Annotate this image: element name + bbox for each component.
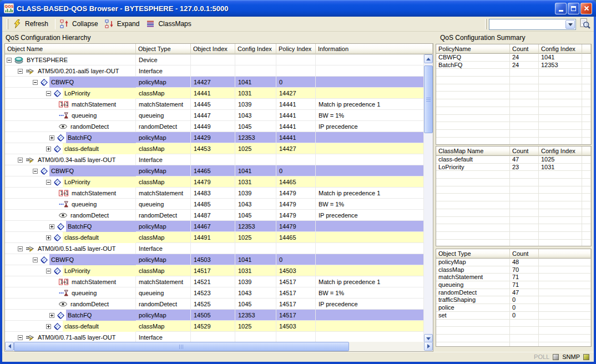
- tree-row[interactable]: BYTESPHEREDevice: [5, 54, 424, 65]
- column-header-blank[interactable]: [582, 146, 591, 156]
- tree-row[interactable]: BatchFQpolicyMap144291235314441: [5, 132, 424, 143]
- tree-expander-plus[interactable]: [49, 135, 54, 140]
- column-header-count[interactable]: Count: [510, 44, 539, 54]
- column-header-classmap-name[interactable]: ClassMap Name: [436, 146, 510, 156]
- column-header-information[interactable]: Information: [316, 44, 433, 54]
- tree-row[interactable]: randomDetectrandomDetect14449104514441IP…: [5, 121, 424, 132]
- toolbar-gripper-right[interactable]: [485, 19, 487, 29]
- tree-expander-plus[interactable]: [46, 146, 51, 151]
- tree-row[interactable]: 11=matchStatementmatchStatement144831039…: [5, 188, 424, 199]
- tree-expander-minus[interactable]: [46, 180, 51, 185]
- tree-row[interactable]: BatchFQpolicyMap145051235314517: [5, 310, 424, 321]
- column-header-policy-index[interactable]: Policy Index: [276, 44, 316, 54]
- tree-row[interactable]: ATM0/0/0.71-aal5 layer-OUTInterface: [5, 332, 424, 343]
- tree-row[interactable]: ATM0/0/0.51-aal5 layer-OUTInterface: [5, 243, 424, 254]
- object-index-cell: 14449: [191, 121, 235, 132]
- tree-row[interactable]: LoPriorityclassMap14517103114503: [5, 265, 424, 276]
- tree-row[interactable]: class-defaultclassMap14529102514503: [5, 321, 424, 332]
- summary-cell: 0: [510, 312, 539, 320]
- column-header-blank[interactable]: [582, 44, 591, 54]
- close-button[interactable]: [580, 3, 592, 14]
- information-cell: [316, 65, 424, 77]
- summary-cell: [539, 274, 591, 281]
- tree-expander-minus[interactable]: [7, 58, 12, 63]
- vertical-scroll-thumb[interactable]: [424, 65, 433, 133]
- collapse-button[interactable]: Collapse: [58, 17, 103, 31]
- tree-row[interactable]: class-defaultclassMap14453102514427: [5, 143, 424, 154]
- tree-row[interactable]: queueingqueueing14523104314517BW = 1%: [5, 287, 424, 299]
- refresh-button[interactable]: Refresh: [11, 17, 53, 31]
- column-header-blank[interactable]: [539, 249, 591, 259]
- tree-indent: [5, 121, 59, 132]
- tree-row[interactable]: ATM0/0/0.34-aal5 layer-OUTInterface: [5, 154, 424, 165]
- column-header-object-type[interactable]: Object Type: [436, 249, 510, 259]
- tree-row[interactable]: queueingqueueing14447104314441BW = 1%: [5, 110, 424, 121]
- summary-row[interactable]: classMap70: [436, 266, 591, 274]
- tree-expander-minus[interactable]: [18, 246, 23, 251]
- search-combobox[interactable]: [489, 19, 576, 30]
- vertical-scrollbar[interactable]: [424, 54, 433, 343]
- column-header-policyname[interactable]: PolicyName: [436, 44, 510, 54]
- horizontal-scrollbar[interactable]: [5, 342, 433, 351]
- summary-row[interactable]: class-default471025: [436, 156, 591, 164]
- column-header-count[interactable]: Count: [510, 249, 539, 259]
- column-header-object-type[interactable]: Object Type: [136, 44, 191, 54]
- tree-expander-minus[interactable]: [33, 80, 38, 85]
- column-header-config-index[interactable]: Config Index: [539, 44, 582, 54]
- tree-expander-minus[interactable]: [33, 169, 38, 174]
- summary-row[interactable]: trafficShaping0: [436, 296, 591, 304]
- lightning-icon: [13, 19, 22, 28]
- tree-expander-plus[interactable]: [46, 324, 51, 329]
- tree-row[interactable]: CBWFQpolicyMap1442710410: [5, 77, 424, 88]
- scroll-left-button[interactable]: [5, 342, 14, 351]
- column-header-config-index[interactable]: Config Index: [539, 146, 582, 156]
- tree-row[interactable]: BatchFQpolicyMap144671235314479: [5, 221, 424, 232]
- tree-row[interactable]: ATM5/0/0.201-aal5 layer-OUTInterface: [5, 65, 424, 77]
- tree-expander-minus[interactable]: [33, 257, 38, 262]
- summary-row[interactable]: policyMap48: [436, 259, 591, 266]
- tree-row[interactable]: LoPriorityclassMap14479103114465: [5, 176, 424, 188]
- tree-row[interactable]: queueingqueueing14485104314479BW = 1%: [5, 199, 424, 210]
- chevron-down-icon[interactable]: [565, 20, 575, 29]
- tree-row[interactable]: class-defaultclassMap14491102514465: [5, 232, 424, 243]
- tree-expander-minus[interactable]: [18, 69, 23, 74]
- minimize-button[interactable]: [555, 3, 567, 14]
- summary-row[interactable]: BatchFQ2412353: [436, 62, 591, 69]
- summary-row[interactable]: set0: [436, 312, 591, 320]
- horizontal-scroll-thumb[interactable]: [14, 342, 349, 351]
- summary-row[interactable]: matchStatement71: [436, 274, 591, 281]
- tree-row[interactable]: LoPriorityclassMap14441103114427: [5, 88, 424, 99]
- column-header-count[interactable]: Count: [510, 146, 539, 156]
- column-header-object-index[interactable]: Object Index: [191, 44, 235, 54]
- policy-index-cell: 14441: [276, 121, 316, 132]
- tree-row[interactable]: randomDetectrandomDetect14525104514517IP…: [5, 299, 424, 310]
- expand-button[interactable]: Expand: [103, 17, 144, 31]
- tree-expander-minus[interactable]: [18, 158, 23, 163]
- column-header-config-index[interactable]: Config Index: [235, 44, 276, 54]
- summary-row[interactable]: LoPriority231031: [436, 164, 591, 171]
- tree-expander-plus[interactable]: [49, 313, 54, 318]
- scroll-up-button[interactable]: [424, 54, 433, 63]
- tree-row[interactable]: 11=matchStatementmatchStatement144451039…: [5, 99, 424, 110]
- summary-row[interactable]: randomDetect47: [436, 289, 591, 297]
- summary-row[interactable]: police0: [436, 304, 591, 312]
- object-type-cell: policyMap: [136, 77, 191, 88]
- tree-expander-minus[interactable]: [46, 91, 51, 96]
- toolbar-gripper[interactable]: [7, 19, 8, 29]
- tree-expander-plus[interactable]: [46, 235, 51, 240]
- tree-row[interactable]: 11=matchStatementmatchStatement145211039…: [5, 276, 424, 287]
- summary-row[interactable]: CBWFQ241041: [436, 54, 591, 62]
- scroll-right-button[interactable]: [424, 342, 433, 351]
- summary-row[interactable]: queueing71: [436, 281, 591, 289]
- tree-row[interactable]: CBWFQpolicyMap1446510410: [5, 165, 424, 176]
- tree-row[interactable]: randomDetectrandomDetect14487104514479IP…: [5, 210, 424, 221]
- maximize-button[interactable]: [568, 3, 579, 14]
- classmaps-button[interactable]: ClassMaps: [144, 17, 195, 31]
- config-index-cell: 1041: [235, 77, 276, 88]
- tree-row[interactable]: CBWFQpolicyMap1450310410: [5, 254, 424, 265]
- tree-expander-minus[interactable]: [18, 335, 23, 340]
- tree-expander-plus[interactable]: [49, 224, 54, 229]
- column-header-object-name[interactable]: Object Name: [5, 44, 136, 54]
- tree-expander-minus[interactable]: [46, 269, 51, 274]
- search-button[interactable]: [578, 18, 592, 31]
